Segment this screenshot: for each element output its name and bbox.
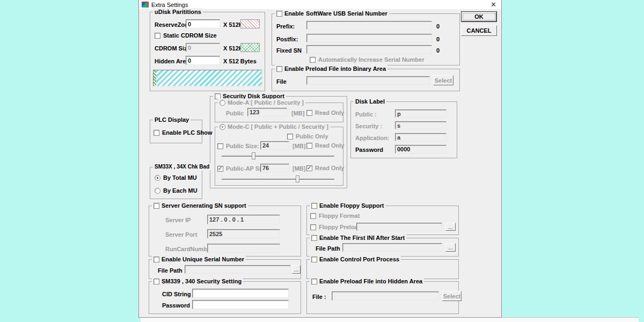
mode-a-radio: Mode-A [ Public / Security ] bbox=[218, 99, 305, 106]
floppy-preload-checkbox: Floppy Preload bbox=[310, 224, 361, 231]
server-ip-input: 127 . 0 . 0 . 1 bbox=[207, 215, 280, 224]
enable-control-port-checkbox[interactable]: Enable Control Port Process bbox=[310, 255, 401, 263]
postfix-label: Postfix: bbox=[276, 36, 298, 43]
close-icon[interactable]: ✕ bbox=[491, 1, 496, 9]
server-port-label: Server Port bbox=[165, 231, 197, 238]
first-ini-browse-button: ... bbox=[445, 243, 456, 252]
checkbox-box bbox=[306, 165, 312, 171]
ok-button[interactable]: OK bbox=[461, 11, 497, 22]
group-floppy: Enable Floppy Support Floppy Format Flop… bbox=[306, 206, 459, 235]
fixed-sn-label: Fixed SN bbox=[276, 47, 302, 54]
enable-software-usb-serial-checkbox[interactable]: Enable SoftWare USB Serial Number bbox=[275, 10, 389, 17]
group-plc-title: PLC Display bbox=[153, 116, 191, 123]
group-disk-label: Disk Label Public : p Security : s Appli… bbox=[350, 101, 457, 158]
cid-string-input[interactable] bbox=[192, 289, 289, 298]
checkbox-box bbox=[311, 235, 317, 241]
mode-a-mb-label: [MB] bbox=[291, 110, 304, 117]
checkbox-box bbox=[310, 57, 316, 63]
partition-bar-cyan-segment bbox=[156, 70, 262, 86]
fixed-sn-count: 0 bbox=[436, 47, 440, 54]
radio-circle bbox=[155, 188, 160, 194]
behind-window-strip bbox=[141, 317, 639, 322]
enable-unique-sn-checkbox[interactable]: Enable Unique Serial Number bbox=[152, 255, 246, 263]
extra-settings-dialog: Extra Settings ✕ OK CANCEL uDisk Paritit… bbox=[138, 0, 502, 318]
checkbox-box bbox=[311, 203, 317, 209]
binary-file-label: File bbox=[276, 78, 287, 85]
checkbox-box bbox=[153, 130, 159, 136]
disk-password-input[interactable]: 0000 bbox=[395, 145, 447, 153]
partition-usage-bar bbox=[153, 70, 262, 86]
public-size-checkbox: Public Size: bbox=[217, 143, 259, 150]
public-ap-mb-label: [MB] bbox=[292, 165, 305, 172]
checkbox-box bbox=[276, 66, 282, 72]
checkbox-box bbox=[310, 224, 316, 230]
slider-thumb bbox=[252, 152, 255, 159]
group-udisk-partitions: uDisk Parititions ReserveZone 0 X 512K S… bbox=[150, 12, 265, 91]
by-total-mu-radio[interactable]: By Total MU bbox=[155, 174, 197, 181]
mode-a-public-input: 123 bbox=[247, 108, 287, 116]
group-software-usb-serial: Enable SoftWare USB Serial Number Prefix… bbox=[272, 13, 460, 65]
static-cdrom-size-checkbox[interactable]: Static CDROM Size bbox=[155, 32, 217, 39]
public-size-mb-label: [MB] bbox=[292, 143, 305, 150]
disk-application-input: a bbox=[395, 133, 447, 141]
enable-plc-show-checkbox[interactable]: Enable PLC Show bbox=[153, 129, 213, 136]
checkbox-box bbox=[215, 93, 221, 99]
group-preload-binary: Enable Preload File into Binary Area Fil… bbox=[272, 69, 460, 91]
cancel-button[interactable]: CANCEL bbox=[461, 25, 497, 36]
public-size-slider bbox=[222, 156, 334, 157]
public-size-read-only-checkbox: Read Only bbox=[306, 142, 344, 149]
disk-application-label: Application: bbox=[355, 135, 390, 142]
mode-a-public-label: Public bbox=[226, 110, 244, 117]
unique-sn-browse-button: ... bbox=[292, 265, 301, 274]
checkbox-box bbox=[153, 279, 159, 284]
first-ini-file-path-label: File Path bbox=[316, 245, 340, 252]
mode-a-read-only-checkbox: Read Only bbox=[306, 109, 344, 116]
group-chk-bad-title: SM33X , 34X Chk Bad bbox=[153, 163, 211, 171]
fixed-sn-input bbox=[306, 45, 432, 54]
cid-string-label: CID String bbox=[162, 291, 191, 298]
binary-file-input bbox=[306, 76, 430, 85]
checkbox-box bbox=[153, 203, 159, 209]
public-only-checkbox: Public Only bbox=[287, 133, 328, 140]
auto-increase-serial-checkbox: Automatically Increase Serial Number bbox=[310, 56, 424, 63]
sm339-security-checkbox[interactable]: SM339 , 340 Security Setting bbox=[152, 277, 243, 285]
enable-first-ini-checkbox[interactable]: Enable The First INI After Start bbox=[310, 234, 406, 241]
enable-preload-hidden-checkbox[interactable]: Enable Preload File into Hidden Area bbox=[310, 277, 424, 285]
group-unique-sn: Enable Unique Serial Number File Path ..… bbox=[149, 259, 301, 279]
enable-floppy-checkbox[interactable]: Enable Floppy Support bbox=[310, 202, 385, 209]
group-plc-display: PLC Display Enable PLC Show bbox=[150, 120, 202, 143]
checkbox-box bbox=[306, 110, 312, 116]
floppy-browse-button: ... bbox=[445, 223, 456, 231]
slider-thumb bbox=[296, 175, 299, 182]
radio-circle bbox=[219, 100, 225, 106]
server-sn-checkbox[interactable]: Server Generating SN support bbox=[152, 202, 248, 209]
sm339-password-input[interactable] bbox=[192, 300, 289, 309]
group-control-port: Enable Control Port Process bbox=[306, 259, 459, 279]
checkbox-box bbox=[217, 166, 223, 172]
cdrom-size-label: CDROM Size bbox=[155, 45, 191, 52]
prefix-count: 0 bbox=[436, 23, 440, 30]
radio-circle bbox=[155, 175, 160, 181]
server-ip-label: Server IP bbox=[165, 217, 191, 224]
enable-preload-binary-checkbox[interactable]: Enable Preload File into Binary Area bbox=[275, 65, 387, 72]
checkbox-box bbox=[311, 279, 317, 284]
checkbox-box bbox=[310, 213, 316, 219]
disk-public-label: Public : bbox=[355, 111, 377, 118]
floppy-format-checkbox: Floppy Format bbox=[310, 213, 360, 219]
runcard-input bbox=[207, 244, 280, 253]
cdrom-size-input: 0 bbox=[186, 43, 220, 52]
by-each-mu-radio[interactable]: By Each MU bbox=[155, 187, 197, 194]
hidden-file-label: File : bbox=[312, 294, 326, 301]
unique-sn-file-path-input bbox=[185, 265, 291, 274]
binary-select-button: Select bbox=[433, 75, 453, 85]
group-preload-hidden: Enable Preload File into Hidden Area Fil… bbox=[306, 281, 459, 314]
checkbox-box bbox=[311, 257, 317, 262]
hidden-area-unit: X 512 Bytes bbox=[223, 58, 257, 65]
reserve-zone-input[interactable]: 0 bbox=[186, 19, 220, 28]
hidden-area-input[interactable]: 0 bbox=[186, 56, 220, 65]
prefix-label: Prefix: bbox=[276, 23, 295, 30]
hidden-file-input bbox=[332, 291, 439, 301]
window-title: Extra Settings bbox=[151, 2, 188, 8]
group-mode-c: Mode-C [ Public + Public / Security ] Pu… bbox=[215, 127, 343, 186]
group-chk-bad: SM33X , 34X Chk Bad By Total MU By Each … bbox=[150, 167, 202, 199]
